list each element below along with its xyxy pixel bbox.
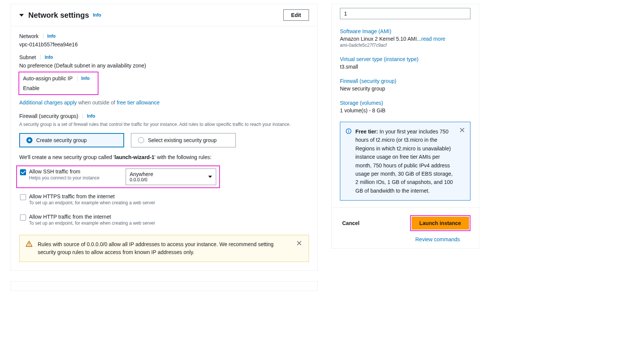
charges-middle: when outside of	[77, 100, 117, 106]
allow-https-label: Allow HTTPS traffic from the internet	[29, 193, 155, 199]
close-icon[interactable]	[460, 127, 465, 133]
select-existing-security-group-radio[interactable]: Select existing security group	[131, 133, 236, 147]
allow-https-help: To set up an endpoint, for example when …	[29, 200, 155, 205]
summary-firewall-label: Firewall (security group)	[340, 78, 470, 84]
allow-http-checkbox[interactable]	[20, 214, 26, 221]
close-icon[interactable]	[297, 240, 303, 247]
open-source-warning: Rules with source of 0.0.0.0/0 allow all…	[19, 235, 309, 262]
storage-value: 1 volume(s) - 8 GiB	[340, 107, 470, 113]
warning-text: Rules with source of 0.0.0.0/0 allow all…	[38, 240, 291, 256]
free-tier-lead: Free tier:	[355, 129, 378, 135]
create-security-group-label: Create security group	[36, 137, 87, 143]
svg-point-5	[348, 130, 349, 130]
network-label: Network	[19, 33, 38, 39]
free-tier-text: Free tier: In your first year includes 7…	[355, 127, 456, 195]
chevron-down-icon	[208, 176, 212, 178]
radio-unselected-icon	[138, 137, 144, 143]
charges-line: Additional charges apply when outside of…	[19, 100, 309, 106]
sg-sentence-name: launch-wizard-1	[115, 154, 155, 160]
configure-storage-panel-partial	[11, 281, 318, 291]
launch-button-highlight: Launch instance	[410, 215, 470, 231]
warning-icon	[26, 240, 32, 247]
auto-assign-ip-info-link[interactable]: Info	[77, 76, 90, 81]
network-settings-info-link[interactable]: Info	[93, 12, 101, 18]
ami-label: Software Image (AMI)	[340, 28, 470, 34]
ami-id: ami-0adcfe5c27f7c9acf	[340, 43, 470, 48]
additional-charges-link[interactable]: Additional charges apply	[19, 100, 77, 106]
allow-https-checkbox[interactable]	[20, 194, 26, 200]
ami-value-text: Amazon Linux 2 Kernel 5.10 AMI...	[340, 36, 421, 42]
storage-label: Storage (volumes)	[340, 100, 470, 106]
ami-read-more-link[interactable]: read more	[421, 36, 446, 42]
svg-point-1	[29, 245, 29, 246]
ssh-source-select[interactable]: Anywhere 0.0.0.0/0	[126, 168, 216, 185]
allow-ssh-help: Helps you connect to your instance	[29, 175, 100, 181]
allow-ssh-checkbox[interactable]	[20, 169, 26, 175]
create-security-group-radio[interactable]: Create security group	[19, 133, 124, 147]
network-value: vpc-0141b557feea94e16	[19, 41, 309, 47]
ssh-rule-highlight: Allow SSH traffic from Helps you connect…	[16, 165, 220, 188]
subnet-label: Subnet	[19, 54, 36, 60]
instance-type-value: t3.small	[340, 64, 470, 70]
security-group-sentence: We'll create a new security group called…	[19, 154, 309, 160]
network-info-link[interactable]: Info	[43, 34, 55, 39]
free-tier-allowance-link[interactable]: free tier allowance	[117, 100, 160, 106]
instance-count-input[interactable]	[340, 8, 470, 19]
select-existing-security-group-label: Select existing security group	[148, 137, 217, 143]
sg-sentence-post: ' with the following rules:	[154, 154, 211, 160]
summary-panel: Software Image (AMI) Amazon Linux 2 Kern…	[331, 4, 479, 249]
ssh-source-main: Anywhere	[130, 171, 153, 177]
ssh-source-sub: 0.0.0.0/0	[130, 177, 153, 182]
free-tier-info: Free tier: In your first year includes 7…	[340, 122, 470, 201]
allow-http-label: Allow HTTP traffic from the internet	[29, 214, 155, 220]
panel-title: Network settings	[28, 11, 89, 20]
launch-instance-button[interactable]: Launch instance	[412, 217, 469, 230]
summary-firewall-value: New security group	[340, 86, 470, 92]
edit-button[interactable]: Edit	[283, 9, 309, 21]
firewall-info-link[interactable]: Info	[83, 113, 95, 119]
info-icon	[346, 128, 352, 134]
cancel-button[interactable]: Cancel	[340, 220, 360, 226]
auto-assign-ip-label: Auto-assign public IP	[23, 75, 73, 81]
ami-value: Amazon Linux 2 Kernel 5.10 AMI...read mo…	[340, 36, 470, 42]
auto-assign-ip-highlight: Auto-assign public IP Info Enable	[18, 72, 98, 95]
auto-assign-ip-value: Enable	[23, 85, 94, 91]
http-rule: Allow HTTP traffic from the internet To …	[16, 211, 309, 229]
subnet-value: No preference (Default subnet in any ava…	[19, 63, 309, 69]
review-commands-link[interactable]: Review commands	[415, 236, 460, 242]
panel-header: Network settings Info Edit	[11, 4, 317, 26]
https-rule: Allow HTTPS traffic from the internet To…	[16, 190, 309, 208]
caret-down-icon[interactable]	[19, 14, 24, 17]
allow-http-help: To set up an endpoint, for example when …	[29, 221, 155, 226]
radio-selected-icon	[26, 137, 32, 143]
allow-ssh-label: Allow SSH traffic from	[29, 168, 100, 175]
subnet-info-link[interactable]: Info	[40, 55, 53, 60]
instance-type-label: Virtual server type (instance type)	[340, 56, 470, 62]
firewall-description: A security group is a set of firewall ru…	[19, 121, 298, 128]
network-settings-panel: Network settings Info Edit Network Info …	[11, 4, 318, 271]
free-tier-body: In your first year includes 750 hours of…	[355, 129, 453, 194]
firewall-label: Firewall (security groups)	[19, 113, 78, 119]
sg-sentence-pre: We'll create a new security group called…	[19, 154, 115, 160]
